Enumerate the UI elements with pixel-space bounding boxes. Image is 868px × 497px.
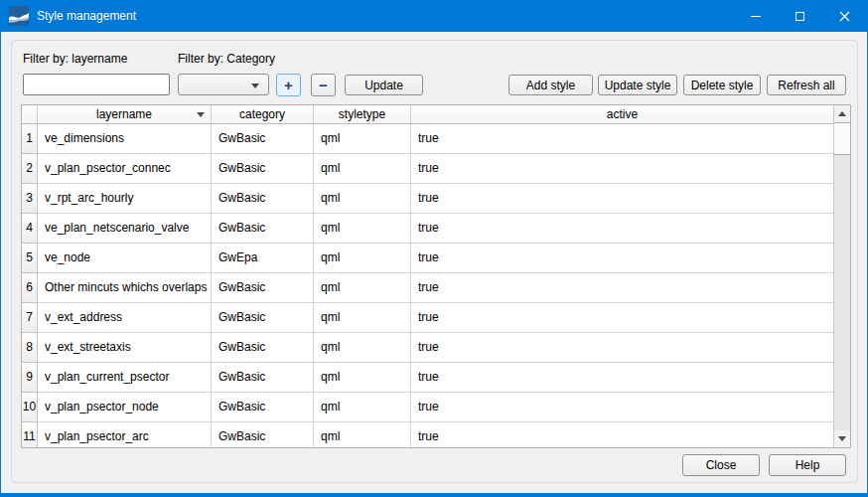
cell-category[interactable]: GwBasic [212,303,314,333]
category-filter-select[interactable] [178,74,269,95]
cell-active[interactable]: true [411,333,833,363]
cell-active[interactable]: true [411,124,833,154]
row-number-cell: 7 [22,303,38,333]
app-icon [9,6,29,26]
cell-styletype[interactable]: qml [314,303,411,333]
add-row-button[interactable]: + [276,74,301,96]
table-row[interactable]: 8 v_ext_streetaxis GwBasic qml true [22,333,833,363]
cell-styletype[interactable]: qml [314,422,411,447]
column-header-layername[interactable]: layername [38,105,212,124]
cell-active[interactable]: true [411,303,833,333]
filter-layername-label: Filter by: layername [23,52,127,66]
cell-layername[interactable]: v_plan_psector_arc [38,422,212,447]
table-row[interactable]: 6 Other mincuts whichs overlaps GwBasic … [22,273,833,303]
arrow-up-icon [838,111,846,116]
cell-active[interactable]: true [411,273,833,303]
table-row[interactable]: 7 v_ext_address GwBasic qml true [22,303,833,333]
update-style-button[interactable]: Update style [598,75,677,95]
maximize-button[interactable] [778,0,822,32]
add-style-button[interactable]: Add style [508,75,593,95]
column-header-layername-label: layername [96,107,152,121]
cell-styletype[interactable]: qml [314,333,411,363]
row-number-cell: 5 [22,244,38,273]
cell-styletype[interactable]: qml [314,124,411,154]
cell-styletype[interactable]: qml [314,363,411,393]
row-number-cell: 9 [22,363,38,393]
table-body: 1 ve_dimensions GwBasic qml true 2 v_pla… [22,124,833,447]
cell-styletype[interactable]: qml [314,214,411,244]
table-row[interactable]: 9 v_plan_current_psector GwBasic qml tru… [22,363,833,393]
column-header-active[interactable]: active [411,105,833,124]
cell-category[interactable]: GwBasic [212,422,314,447]
close-window-button[interactable] [822,0,867,32]
cell-layername[interactable]: Other mincuts whichs overlaps [38,273,212,303]
table-row[interactable]: 11 v_plan_psector_arc GwBasic qml true [22,422,833,447]
cell-styletype[interactable]: qml [314,154,411,184]
cell-layername[interactable]: v_plan_psector_connec [38,154,212,184]
cell-active[interactable]: true [411,393,833,422]
table-row[interactable]: 4 ve_plan_netscenario_valve GwBasic qml … [22,214,833,244]
cell-category[interactable]: GwBasic [212,154,314,184]
cell-active[interactable]: true [411,184,833,214]
table-row[interactable]: 5 ve_node GwEpa qml true [22,244,833,273]
cell-active[interactable]: true [411,154,833,184]
close-button[interactable]: Close [682,454,760,476]
table-header: layername category styletype active [22,105,833,124]
delete-style-button[interactable]: Delete style [683,75,761,95]
remove-row-button[interactable]: − [311,74,336,96]
column-header-rownum[interactable] [22,105,38,124]
table-grid: layername category styletype active 1 ve… [22,105,833,447]
cell-category[interactable]: GwBasic [212,124,314,154]
scroll-up-button[interactable] [834,105,850,122]
cell-styletype[interactable]: qml [314,273,411,303]
cell-layername[interactable]: v_rpt_arc_hourly [38,184,212,214]
minimize-button[interactable] [733,0,778,32]
refresh-all-button[interactable]: Refresh all [767,75,846,95]
cell-layername[interactable]: ve_node [38,244,212,273]
row-number-cell: 6 [22,273,38,303]
cell-active[interactable]: true [411,214,833,244]
cell-active[interactable]: true [411,244,833,273]
cell-layername[interactable]: v_plan_current_psector [38,363,212,393]
cell-layername[interactable]: ve_dimensions [38,124,212,154]
table-row[interactable]: 10 v_plan_psector_node GwBasic qml true [22,393,833,422]
cell-active[interactable]: true [411,363,833,393]
cell-category[interactable]: GwBasic [212,363,314,393]
column-header-category[interactable]: category [212,105,314,124]
help-button[interactable]: Help [769,454,846,476]
update-filter-button[interactable]: Update [345,75,423,95]
titlebar[interactable]: Style management [1,0,867,32]
layername-filter-input[interactable] [23,74,170,95]
cell-active[interactable]: true [411,422,833,447]
chevron-down-icon [251,83,259,88]
row-number-cell: 2 [22,154,38,184]
cell-layername[interactable]: v_ext_streetaxis [38,333,212,363]
table-row[interactable]: 1 ve_dimensions GwBasic qml true [22,124,833,154]
window-title: Style management [37,9,136,23]
cell-layername[interactable]: ve_plan_netscenario_valve [38,214,212,244]
row-number-cell: 8 [22,333,38,363]
vertical-scrollbar[interactable] [833,105,850,447]
row-number-cell: 1 [22,124,38,154]
cell-layername[interactable]: v_plan_psector_node [38,393,212,422]
cell-category[interactable]: GwBasic [212,333,314,363]
row-number-cell: 4 [22,214,38,244]
scroll-down-button[interactable] [834,430,850,447]
scrollbar-track[interactable] [834,155,850,430]
cell-layername[interactable]: v_ext_address [38,303,212,333]
cell-category[interactable]: GwBasic [212,393,314,422]
dialog-body: Filter by: layername Filter by: Category… [1,32,867,492]
style-management-window: Style management Filter by: layername Fi… [0,0,868,497]
column-header-styletype[interactable]: styletype [314,105,411,124]
cell-styletype[interactable]: qml [314,393,411,422]
cell-category[interactable]: GwBasic [212,273,314,303]
table-row[interactable]: 2 v_plan_psector_connec GwBasic qml true [22,154,833,184]
row-number-cell: 10 [22,393,38,422]
cell-category[interactable]: GwEpa [212,244,314,273]
table-row[interactable]: 3 v_rpt_arc_hourly GwBasic qml true [22,184,833,214]
cell-category[interactable]: GwBasic [212,214,314,244]
cell-category[interactable]: GwBasic [212,184,314,214]
scrollbar-thumb[interactable] [834,122,850,155]
cell-styletype[interactable]: qml [314,184,411,214]
cell-styletype[interactable]: qml [314,244,411,273]
